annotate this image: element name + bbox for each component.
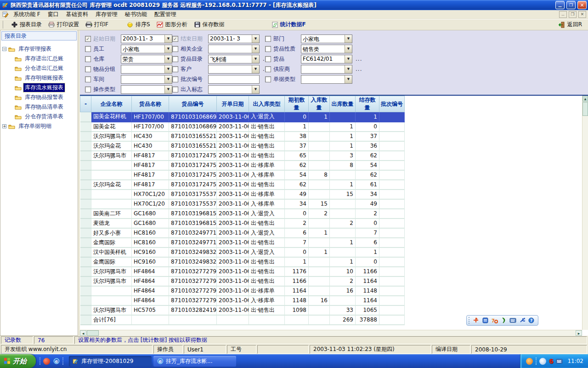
filter-checkbox[interactable]: ✓ <box>85 36 91 42</box>
filter-checkbox[interactable] <box>85 76 91 82</box>
filter-combo[interactable]: 2003-11- 3▼ <box>121 34 172 43</box>
toolbar-button-5[interactable]: 保存数据 <box>191 20 228 29</box>
toolbar-button-2[interactable]: 打印F <box>82 20 112 29</box>
filter-checkbox[interactable] <box>265 46 271 52</box>
row-header-cell[interactable] <box>80 247 91 257</box>
filter-combo[interactable]: ▼ <box>208 85 260 94</box>
row-header-cell[interactable] <box>80 190 91 199</box>
filter-checkbox[interactable] <box>172 86 178 92</box>
table-row[interactable]: 沃尔玛金花HF481787101031724752003-11-06出·销售出6… <box>80 180 405 190</box>
chevron-down-icon[interactable]: ▼ <box>164 35 172 43</box>
quicklaunch-media-icon[interactable] <box>43 358 50 365</box>
table-row[interactable]: 汉中国美样机HC916087101032498322003-11-06入·退货入… <box>80 247 405 257</box>
more-button[interactable]: ... <box>356 56 362 62</box>
row-header-cell[interactable] <box>80 151 91 161</box>
column-header[interactable]: 入库数量 <box>309 96 330 112</box>
taskbar-task-0[interactable]: 库存管理-20081029 <box>69 356 152 367</box>
scroll-left-icon[interactable]: ◀ <box>80 330 86 336</box>
table-row[interactable]: 沃尔玛骡马市HC43087101031655212003-11-06出·销售出3… <box>80 132 405 141</box>
toolbar-button-3[interactable]: 排序S <box>124 20 153 29</box>
tree-node-0[interactable]: −库存管理报表 <box>2 44 77 54</box>
filter-checkbox[interactable] <box>265 76 271 82</box>
toolbar-button-1[interactable]: 打印设置 <box>45 20 82 29</box>
filter-checkbox[interactable] <box>85 86 91 92</box>
column-header[interactable]: 出入库类型 <box>249 96 285 112</box>
chevron-down-icon[interactable]: ▼ <box>345 35 352 43</box>
filter-combo[interactable]: 飞利浦▼ <box>208 55 260 63</box>
table-row[interactable]: 国美金花HF1707/0087101031068692003-11-06出·销售… <box>80 122 405 132</box>
table-row[interactable]: 麦德龙GC168087101031968152003-11-06出·销售出220 <box>80 218 405 228</box>
filter-text-input[interactable] <box>208 75 260 84</box>
filter-checkbox[interactable] <box>172 56 178 62</box>
tree-leaf-0-1[interactable]: 分仓进出汇总账 <box>9 63 77 73</box>
vertical-scroll-thumb[interactable] <box>582 102 588 116</box>
horizontal-scroll-thumb[interactable] <box>87 330 99 336</box>
start-button[interactable]: 开始 <box>0 354 36 368</box>
row-header-cell[interactable] <box>80 305 91 315</box>
chevron-down-icon[interactable]: ▼ <box>164 45 172 53</box>
chevron-down-icon[interactable]: ▼ <box>252 65 259 73</box>
chevron-down-icon[interactable]: ▼ <box>345 65 352 73</box>
chevron-down-icon[interactable]: ▼ <box>164 55 172 63</box>
filter-checkbox[interactable] <box>172 46 178 52</box>
row-header-cell[interactable] <box>80 180 91 190</box>
tray-language-icon[interactable] <box>539 358 546 365</box>
table-row[interactable]: 金鹰国际HC916087101032498322003-11-06出·销售出11… <box>80 257 405 267</box>
row-header-cell[interactable] <box>80 228 91 238</box>
filter-combo[interactable]: ▼ <box>208 45 260 53</box>
filter-checkbox[interactable] <box>85 66 91 72</box>
table-row[interactable]: 金鹰国际HC816087101032497712003-11-06出·销售出71… <box>80 238 405 247</box>
close-button[interactable] <box>577 1 587 9</box>
menu-item-5[interactable]: 配置管理 <box>151 10 180 19</box>
table-row[interactable]: 国美金花样机HF1707/0087101031068692003-11-06入·… <box>80 112 405 122</box>
table-row[interactable]: HF481787101031724752003-11-06入·移库单54862 <box>80 170 405 180</box>
column-header[interactable]: 批次编号 <box>379 96 405 112</box>
chevron-down-icon[interactable]: ▼ <box>252 35 259 43</box>
row-header-cell[interactable] <box>80 238 91 247</box>
minimize-button[interactable] <box>555 1 565 9</box>
filter-checkbox[interactable] <box>85 56 91 62</box>
tree-leaf-0-5[interactable]: 库存物品清单表 <box>9 102 77 112</box>
chevron-down-icon[interactable]: ▼ <box>252 86 259 93</box>
filter-checkbox[interactable] <box>265 66 271 72</box>
row-header-cell[interactable] <box>80 132 91 141</box>
mdi-minimize-button[interactable] <box>559 11 567 18</box>
table-row[interactable]: 沃尔玛骡马市HF486487101032772792003-11-06出·销售出… <box>80 276 405 286</box>
tree-leaf-0-3[interactable]: 库存流水账报表 <box>9 83 77 92</box>
ime-grip[interactable] <box>469 317 470 324</box>
chevron-down-icon[interactable]: ▼ <box>164 86 172 93</box>
more-button[interactable]: ... <box>356 66 362 72</box>
toolbar-button-0[interactable]: 报表目录 <box>8 20 45 29</box>
row-header-cell[interactable] <box>80 161 91 170</box>
scroll-up-icon[interactable]: ▲ <box>582 96 588 102</box>
filter-combo[interactable]: ▼ <box>301 65 352 74</box>
vertical-scrollbar[interactable]: ▲ <box>582 96 588 330</box>
filter-combo[interactable]: ▼ <box>121 85 172 94</box>
table-row[interactable]: 沃尔玛金花HC43087101031655212003-11-06出·销售出37… <box>80 141 405 151</box>
row-header-cell[interactable] <box>80 218 91 228</box>
column-header[interactable]: 货品名称 <box>132 96 169 112</box>
tree-leaf-0-4[interactable]: 库存物品报警表 <box>9 92 77 102</box>
tree-expander-icon[interactable]: − <box>2 47 6 51</box>
menu-item-3[interactable]: 库存管理 <box>92 10 121 19</box>
row-header-cell[interactable] <box>80 122 91 132</box>
filter-combo[interactable]: 荣贵▼ <box>121 55 172 63</box>
column-header[interactable]: 货品编号 <box>169 96 217 112</box>
scroll-right-icon[interactable]: ▶ <box>576 330 582 336</box>
row-header-cell[interactable] <box>80 286 91 296</box>
horizontal-scrollbar[interactable]: ◀ ▶ <box>80 330 582 336</box>
chevron-down-icon[interactable]: ▼ <box>164 65 172 73</box>
row-header-cell[interactable] <box>80 276 91 286</box>
table-row[interactable]: HX70C1/2087101031755372003-11-06入·移库单341… <box>80 199 405 209</box>
tray-network-icon[interactable] <box>556 358 563 364</box>
column-header[interactable]: 开单日期 <box>217 96 249 112</box>
tree-leaf-0-6[interactable]: 分仓存货清单表 <box>9 112 77 121</box>
row-header-cell[interactable] <box>80 199 91 209</box>
tray-qq-icon[interactable]: 6 <box>549 357 554 365</box>
table-row[interactable]: 沃尔玛骡马市HF481787101031724752003-11-06出·销售出… <box>80 151 405 161</box>
column-header[interactable]: 期初数量 <box>285 96 309 112</box>
table-row[interactable]: HF481787101031724752003-11-06出·移库单62854 <box>80 161 405 170</box>
column-header[interactable]: 企业名称 <box>91 96 132 112</box>
tree-leaf-0-0[interactable]: 库存进出汇总账 <box>9 54 77 63</box>
column-header[interactable]: 出库数量 <box>330 96 356 112</box>
